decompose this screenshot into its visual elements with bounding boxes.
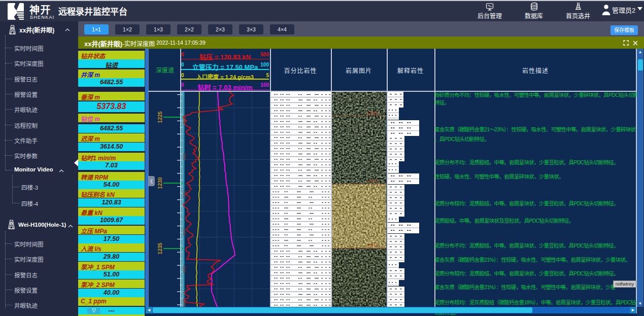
svg-text:6482: 6482 bbox=[183, 299, 186, 307]
svg-text:6482: 6482 bbox=[183, 153, 186, 160]
svg-text:6482: 6482 bbox=[183, 228, 186, 235]
svg-text:6482: 6482 bbox=[183, 116, 186, 123]
svg-text:6482: 6482 bbox=[183, 265, 186, 273]
svg-text:6482: 6482 bbox=[183, 190, 186, 198]
